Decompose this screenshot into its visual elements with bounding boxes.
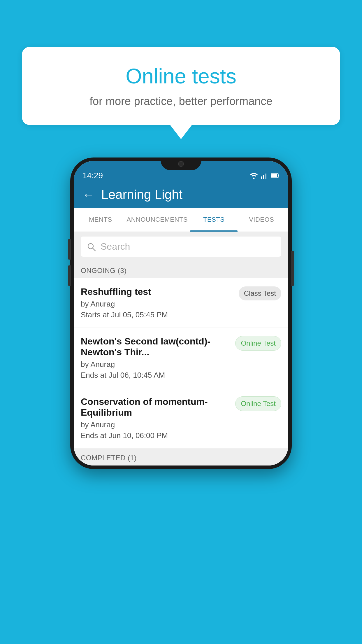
volume-down-button[interactable] [68,265,71,286]
tab-ments[interactable]: MENTS [77,208,124,232]
test-author: by Anurag [81,300,234,309]
notch [161,161,201,170]
svg-rect-2 [263,175,264,179]
test-info: Newton's Second law(contd)-Newton's Thir… [81,336,235,380]
test-badge-online: Online Test [235,396,281,411]
test-badge-online: Online Test [235,336,281,351]
svg-rect-1 [261,176,262,179]
svg-rect-6 [271,174,277,177]
svg-rect-3 [265,174,266,179]
test-item[interactable]: Reshuffling test by Anurag Starts at Jul… [74,278,288,328]
side-buttons-right [291,251,294,286]
test-author: by Anurag [81,420,231,429]
battery-icon [271,173,280,178]
svg-rect-5 [278,175,279,176]
test-time: Ends at Jun 10, 06:00 PM [81,431,231,440]
tab-videos[interactable]: VIDEOS [238,208,285,232]
wifi-icon [250,172,258,179]
side-buttons-left [68,239,71,286]
tab-tests[interactable]: TESTS [190,208,238,232]
volume-up-button[interactable] [68,239,71,260]
phone-frame: 14:29 [70,158,292,469]
test-time: Ends at Jul 06, 10:45 AM [81,371,231,380]
search-icon [87,242,96,251]
tabs-container: MENTS ANNOUNCEMENTS TESTS VIDEOS [74,208,288,232]
svg-line-8 [93,248,95,251]
status-time: 14:29 [82,171,103,180]
app-title: Learning Light [101,187,182,202]
status-bar: 14:29 [74,161,288,181]
test-title: Conservation of momentum-Equilibrium [81,396,231,418]
speech-bubble-subtitle: for more practice, better performance [45,95,317,108]
test-badge-class: Class Test [239,286,281,300]
test-info: Conservation of momentum-Equilibrium by … [81,396,235,440]
search-container: Search [74,232,288,261]
test-title: Newton's Second law(contd)-Newton's Thir… [81,336,231,358]
status-icons [250,172,280,179]
phone-screen: 14:29 [74,161,288,466]
test-list: Reshuffling test by Anurag Starts at Jul… [74,278,288,449]
test-item[interactable]: Newton's Second law(contd)-Newton's Thir… [74,328,288,388]
signal-icon [261,172,268,179]
speech-bubble-title: Online tests [45,64,317,88]
completed-section-header: COMPLETED (1) [74,449,288,466]
search-input-placeholder[interactable]: Search [101,241,130,252]
ongoing-section-header: ONGOING (3) [74,261,288,278]
svg-point-0 [253,178,255,179]
search-bar[interactable]: Search [81,237,281,257]
speech-bubble: Online tests for more practice, better p… [22,47,340,125]
test-title: Reshuffling test [81,286,234,297]
tab-announcements[interactable]: ANNOUNCEMENTS [124,208,190,232]
test-item[interactable]: Conservation of momentum-Equilibrium by … [74,388,288,449]
front-camera [178,161,184,167]
test-time: Starts at Jul 05, 05:45 PM [81,310,234,319]
back-button[interactable]: ← [82,188,94,201]
speech-bubble-container: Online tests for more practice, better p… [22,47,340,125]
app-bar: ← Learning Light [74,181,288,208]
test-info: Reshuffling test by Anurag Starts at Jul… [81,286,239,319]
power-button[interactable] [291,251,294,286]
phone-wrapper: 14:29 [70,158,292,469]
test-author: by Anurag [81,360,231,369]
